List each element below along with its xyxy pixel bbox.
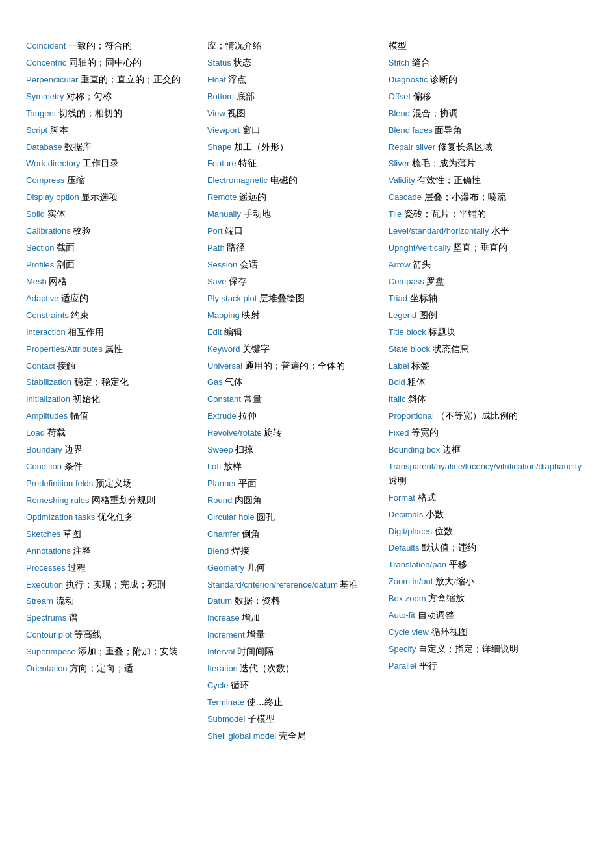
list-item: View 视图 [207,106,382,121]
chinese-translation: 执行；实现；完成；死刑 [66,580,166,589]
list-item: Iteration 迭代（次数） [207,662,382,676]
chinese-translation: 坐标轴 [410,293,437,303]
list-item: Mapping 映射 [207,308,382,323]
english-term: Transparent/hyaline/lucency/vifrificatio… [389,462,582,471]
english-term: Interaction [26,327,68,337]
chinese-translation: 位数 [435,527,453,536]
list-item: Validity 有效性；正确性 [389,173,582,188]
english-term: Tile [389,209,404,219]
english-term: Adaptive [26,293,61,303]
list-item: Digit/places 位数 [389,525,582,539]
english-term: Orientation [26,663,70,673]
list-item: Parallel 平行 [389,659,582,673]
chinese-translation: 数据库 [64,142,92,152]
list-item: Section 截面 [26,241,201,255]
list-item: Planner 平面 [207,477,382,491]
list-item: Calibrations 校验 [26,224,201,238]
chinese-translation: 修复长条区域 [438,142,492,152]
list-item: Interaction 相互作用 [26,325,201,340]
english-term: Sweep [207,445,235,454]
english-term: Processes [26,563,68,573]
list-item: Perpendicular 垂直的；直立的；正交的 [26,73,201,87]
english-term: Repair sliver [389,142,438,152]
english-term: Parallel [389,661,419,671]
chinese-translation: 拉伸 [238,411,257,421]
english-term: Sliver [389,158,412,168]
list-item: Blend 焊接 [207,544,382,558]
list-item: Shell global model 壳全局 [207,729,382,743]
chinese-translation: 平行 [419,661,437,671]
list-item: Stitch 缝合 [389,56,582,70]
english-term: Session [207,260,240,269]
english-term: Planner [207,478,238,488]
english-term: Feature [207,158,238,168]
chinese-translation: 添加；重叠；附加；安装 [78,647,178,656]
chinese-translation: 编辑 [224,327,242,337]
english-term: Constant [207,394,244,404]
chinese-translation: 对称；匀称 [66,92,112,101]
english-term: Offset [389,92,413,101]
english-term: Tangent [26,108,58,118]
english-term: Triad [389,293,410,303]
english-term: Italic [389,394,408,404]
english-term: Spectrums [26,613,69,623]
list-item: Revolve/rotate 旋转 [207,426,382,440]
english-term: Revolve/rotate [207,428,264,438]
chinese-translation: 时间间隔 [237,647,274,656]
list-item: Constraints 约束 [26,308,201,323]
list-item: Adaptive 适应的 [26,291,201,306]
chinese-translation: 状态 [233,58,251,68]
list-item: Circular hole 圆孔 [207,510,382,525]
list-item: Stream 流动 [26,594,201,608]
english-term: Shell global model [207,731,279,741]
chinese-translation: 气体 [225,377,243,387]
list-item: Tile 瓷砖；瓦片；平铺的 [389,207,582,221]
chinese-translation: 平面 [238,478,257,488]
list-item: Compress 压缩 [26,173,201,188]
english-term: Save [207,277,229,286]
list-item: Predefinition felds 预定义场 [26,477,201,491]
chinese-text: 应；情况介绍 [207,41,262,51]
list-item: Increment 增量 [207,628,382,642]
list-item: 应；情况介绍 [207,39,382,53]
list-item: Condition 条件 [26,460,201,474]
english-term: State block [389,344,433,354]
list-item: Ply stack plot 层堆叠绘图 [207,291,382,306]
english-term: Superimpose [26,647,78,656]
chinese-translation: 粗体 [407,377,426,387]
list-item: Compass 罗盘 [389,275,582,289]
english-term: Initialization [26,394,73,404]
list-item: Specify 自定义；指定；详细说明 [389,642,582,656]
list-item: Work directory 工作目录 [26,156,201,171]
column-2: 应；情况介绍Status 状态Float 浮点Bottom 底部View 视图V… [207,39,389,746]
list-item: Database 数据库 [26,140,201,155]
chinese-translation: 加工（外形） [234,142,288,152]
list-item: Repair sliver 修复长条区域 [389,140,582,155]
list-item: Sketches 草图 [26,527,201,541]
english-term: Load [26,428,47,438]
list-item: Gas 气体 [207,375,382,390]
english-term: Bottom [207,92,237,101]
chinese-translation: 数据；资料 [235,596,280,606]
list-item: 模型 [389,39,582,53]
chinese-translation: 适应的 [61,293,88,303]
chinese-translation: 草图 [63,529,81,539]
chinese-translation: 斜体 [408,394,426,404]
list-item: Profiles 剖面 [26,258,201,272]
english-term: Legend [389,310,419,320]
chinese-translation: 显示选项 [81,192,118,202]
list-item: Transparent/hyaline/lucency/vifrificatio… [389,460,582,488]
english-term: Constraints [26,310,71,320]
english-term: Title block [389,327,429,337]
chinese-translation: 梳毛；成为薄片 [412,158,476,168]
list-item: Remote 遥远的 [207,190,382,205]
list-item: Format 格式 [389,491,582,505]
chinese-translation: 稳定；稳定化 [74,377,129,387]
english-term: Blend [389,108,413,118]
list-item: Increase 增加 [207,611,382,625]
list-item: State block 状态信息 [389,342,582,356]
english-term: Digit/places [389,527,435,536]
list-item: Bold 粗体 [389,375,582,390]
english-term: Loft [207,462,224,471]
chinese-translation: 偏移 [413,92,431,101]
